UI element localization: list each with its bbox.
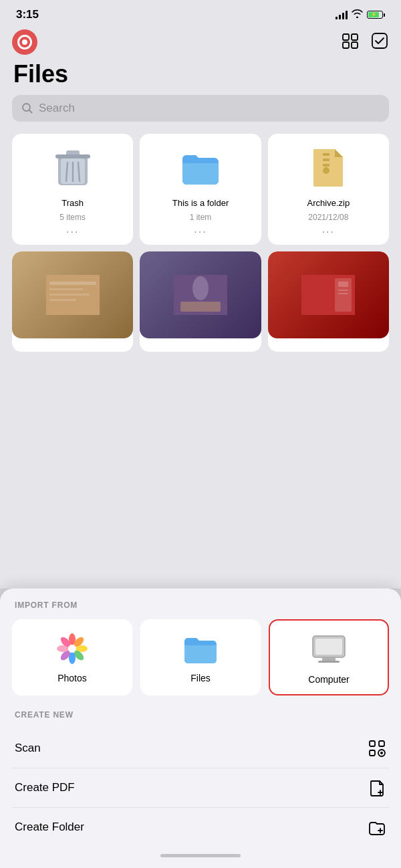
create-section-label: CREATE NEW <box>15 710 389 720</box>
bottom-sheet-overlay: IMPORT FROM <box>0 588 401 868</box>
page-title: Files <box>0 58 401 95</box>
svg-rect-42 <box>322 657 336 661</box>
file-card-photo2[interactable] <box>140 251 261 352</box>
zip-icon <box>304 143 352 191</box>
import-files-label: Files <box>190 673 211 683</box>
import-files[interactable]: Files <box>140 619 261 695</box>
file-meta-trash: 5 items <box>59 213 86 222</box>
import-photos[interactable]: Photos <box>12 619 132 695</box>
svg-point-5 <box>23 104 30 111</box>
file-name-trash: Trash <box>61 198 84 209</box>
app-logo <box>12 29 37 55</box>
file-card-archive[interactable]: Archive.zip 2021/12/08 ··· <box>268 134 389 245</box>
folder-icon <box>176 143 225 191</box>
status-icons <box>336 9 385 21</box>
home-indicator <box>12 847 389 868</box>
svg-rect-18 <box>49 282 96 285</box>
file-name-archive: Archive.zip <box>307 198 350 209</box>
search-placeholder: Search <box>39 102 75 115</box>
nav-right-icons <box>341 31 389 53</box>
search-bar-container: Search <box>0 95 401 131</box>
create-pdf-label: Create PDF <box>15 781 75 794</box>
svg-rect-1 <box>352 34 358 40</box>
svg-rect-20 <box>49 294 90 296</box>
svg-rect-3 <box>352 42 358 48</box>
top-nav <box>0 25 401 58</box>
svg-rect-27 <box>338 282 348 287</box>
create-folder-label: Create Folder <box>15 821 84 834</box>
trash-icon <box>49 143 97 191</box>
file-card-folder[interactable]: This is a folder 1 item ··· <box>140 134 261 245</box>
svg-rect-41 <box>315 639 342 655</box>
search-icon <box>21 102 33 114</box>
create-pdf-icon <box>368 778 386 797</box>
list-view-icon[interactable] <box>341 31 360 53</box>
svg-rect-4 <box>372 33 387 48</box>
signal-icon <box>336 10 348 19</box>
action-scan[interactable]: Scan <box>12 729 389 768</box>
import-grid: Photos Files <box>12 619 389 695</box>
svg-rect-46 <box>370 750 375 756</box>
scan-label: Scan <box>15 742 41 755</box>
status-time: 3:15 <box>16 8 39 21</box>
files-icon <box>183 631 218 666</box>
computer-icon <box>311 633 346 667</box>
import-computer-label: Computer <box>308 674 349 685</box>
photo-thumb-2 <box>140 251 261 338</box>
photos-icon <box>55 631 90 666</box>
create-folder-icon <box>368 818 386 837</box>
photo-thumb-1 <box>12 251 133 338</box>
file-card-photo3[interactable] <box>268 251 389 352</box>
bottom-sheet: IMPORT FROM <box>0 588 401 868</box>
svg-rect-24 <box>180 302 221 312</box>
svg-point-16 <box>323 167 329 174</box>
svg-rect-45 <box>379 741 384 746</box>
svg-rect-0 <box>343 34 349 40</box>
svg-point-39 <box>68 645 76 653</box>
wifi-icon <box>352 9 363 21</box>
svg-rect-14 <box>323 158 329 161</box>
select-icon[interactable] <box>370 31 389 53</box>
battery-icon <box>367 11 385 19</box>
action-create-folder[interactable]: Create Folder <box>12 808 389 847</box>
file-card-trash[interactable]: Trash 5 items ··· <box>12 134 133 245</box>
file-grid: Trash 5 items ··· This is a folder 1 ite… <box>0 131 401 352</box>
file-card-photo1[interactable] <box>12 251 133 352</box>
svg-rect-43 <box>318 661 340 663</box>
file-more-folder[interactable]: ··· <box>194 226 207 238</box>
import-photos-label: Photos <box>57 673 87 683</box>
search-bar[interactable]: Search <box>12 95 389 122</box>
svg-rect-13 <box>323 153 329 156</box>
svg-rect-28 <box>338 290 348 291</box>
svg-rect-19 <box>49 288 83 290</box>
action-create-pdf[interactable]: Create PDF <box>12 768 389 808</box>
file-name-folder: This is a folder <box>172 198 229 209</box>
scan-icon <box>368 739 386 758</box>
svg-point-23 <box>192 276 209 300</box>
svg-point-48 <box>380 752 383 754</box>
import-section-label: IMPORT FROM <box>15 601 389 610</box>
svg-rect-44 <box>370 741 375 746</box>
home-bar <box>160 854 241 857</box>
file-more-trash[interactable]: ··· <box>66 226 79 238</box>
file-meta-folder: 1 item <box>190 213 212 222</box>
create-new-section: CREATE NEW Scan Create PDF <box>12 710 389 847</box>
status-bar: 3:15 <box>0 0 401 25</box>
file-more-archive[interactable]: ··· <box>322 226 335 238</box>
svg-rect-29 <box>338 293 348 294</box>
svg-rect-9 <box>55 154 90 158</box>
import-computer[interactable]: Computer <box>269 619 389 695</box>
svg-rect-2 <box>343 42 349 48</box>
svg-rect-15 <box>323 164 329 167</box>
file-meta-archive: 2021/12/08 <box>308 213 348 222</box>
svg-rect-21 <box>49 299 76 301</box>
photo-thumb-3 <box>268 251 389 338</box>
